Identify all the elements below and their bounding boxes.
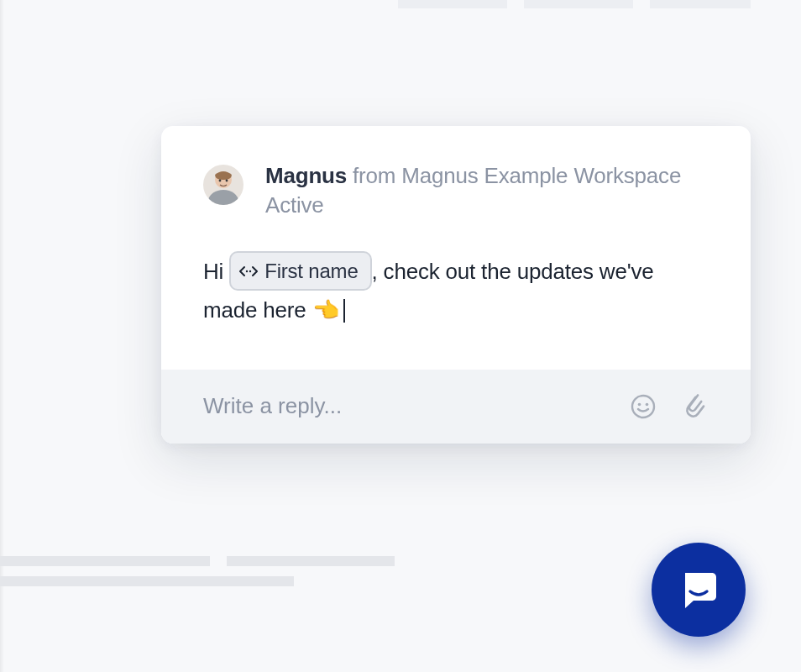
svg-point-3 <box>219 180 222 182</box>
messenger-launcher[interactable] <box>652 543 746 637</box>
message-body[interactable]: Hi First name , check out the updates we… <box>161 228 751 369</box>
header-text: Magnus from Magnus Example Workspace Act… <box>265 161 681 220</box>
reply-actions <box>630 393 709 420</box>
variable-chip[interactable]: First name <box>229 251 371 291</box>
avatar <box>203 165 243 205</box>
attachment-icon[interactable] <box>682 393 709 420</box>
text-cursor <box>343 299 345 323</box>
svg-point-4 <box>226 180 228 182</box>
header-line: Magnus from Magnus Example Workspace <box>265 161 681 191</box>
svg-point-8 <box>638 402 641 406</box>
chat-window: Magnus from Magnus Example Workspace Act… <box>161 126 751 444</box>
emoji-icon[interactable] <box>630 393 657 420</box>
svg-point-6 <box>249 270 251 272</box>
point-emoji: 👈 <box>312 297 339 323</box>
messenger-icon <box>677 568 720 612</box>
from-label: from <box>347 163 401 188</box>
workspace-name: Magnus Example Workspace <box>401 163 681 188</box>
status-label: Active <box>265 191 681 220</box>
svg-point-9 <box>646 402 649 406</box>
chat-header: Magnus from Magnus Example Workspace Act… <box>161 126 751 228</box>
reply-input[interactable] <box>203 393 630 419</box>
svg-point-5 <box>246 270 248 272</box>
reply-bar <box>161 370 751 444</box>
variable-icon <box>239 265 258 277</box>
background-skeleton-top <box>398 0 751 8</box>
variable-label: First name <box>264 255 358 286</box>
sender-name: Magnus <box>265 163 347 188</box>
svg-point-7 <box>632 396 654 417</box>
message-text-pre: Hi <box>203 260 229 285</box>
background-skeleton-bottom <box>0 556 395 596</box>
